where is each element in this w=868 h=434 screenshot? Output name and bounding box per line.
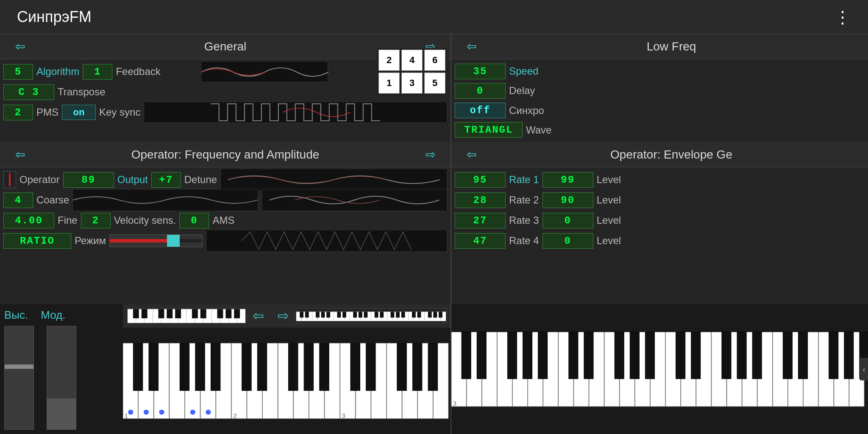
envelope-content: 95 Rate 1 99 Level 28 Rate 2 90 Level 27… bbox=[451, 167, 868, 304]
svg-rect-108 bbox=[351, 343, 360, 390]
svg-rect-21 bbox=[217, 309, 223, 318]
svg-rect-62 bbox=[375, 312, 378, 317]
algorithm-display[interactable]: 5 bbox=[3, 64, 33, 80]
right-piano-svg[interactable]: 3 bbox=[451, 304, 868, 434]
detune-label: Detune bbox=[184, 174, 217, 186]
svg-rect-54 bbox=[316, 312, 320, 317]
rate1-display[interactable]: 95 bbox=[455, 172, 506, 188]
coarse-label: Coarse bbox=[36, 194, 69, 206]
rate2-display[interactable]: 28 bbox=[455, 192, 506, 208]
grid-cell-4[interactable]: 4 bbox=[401, 50, 423, 71]
svg-rect-66 bbox=[401, 312, 405, 317]
menu-button[interactable]: ⋮ bbox=[834, 7, 851, 27]
svg-rect-18 bbox=[175, 309, 181, 318]
output-display[interactable]: +7 bbox=[151, 172, 181, 188]
pitch-slider[interactable] bbox=[4, 326, 34, 430]
pms-display[interactable]: 2 bbox=[3, 105, 33, 120]
rate4-label: Rate 4 bbox=[509, 235, 539, 247]
coarse-display[interactable]: 4 bbox=[3, 192, 33, 208]
svg-point-96 bbox=[190, 409, 195, 415]
rate4-display[interactable]: 47 bbox=[455, 233, 506, 249]
svg-rect-150 bbox=[615, 332, 624, 378]
level2-display[interactable]: 90 bbox=[542, 192, 593, 208]
svg-rect-55 bbox=[321, 312, 325, 317]
svg-rect-156 bbox=[737, 332, 746, 378]
svg-rect-149 bbox=[584, 332, 593, 378]
operator-display[interactable]: 89 bbox=[63, 172, 114, 188]
envelope-title: Operator: Envelope Ge bbox=[483, 148, 860, 161]
svg-point-94 bbox=[144, 409, 149, 415]
level1-display[interactable]: 99 bbox=[542, 172, 593, 188]
wave-row: TRIANGL Wave bbox=[455, 122, 865, 139]
grid-cell-2[interactable]: 2 bbox=[378, 50, 400, 71]
fine-row: 4.00 Fine 2 Velocity sens. 0 AMS bbox=[3, 211, 447, 229]
coarse-waveform bbox=[73, 189, 258, 211]
general-left-arrow[interactable]: ⇦ bbox=[8, 36, 32, 57]
algorithm-label: Algorithm bbox=[36, 66, 79, 78]
envelope-header: ⇦ Operator: Envelope Ge bbox=[451, 142, 868, 167]
piano-left-arrow[interactable]: ⇦ bbox=[246, 304, 271, 327]
ams-label: AMS bbox=[212, 214, 234, 226]
grid-cell-6[interactable]: 6 bbox=[424, 50, 445, 71]
velocity-display[interactable]: 2 bbox=[81, 213, 111, 228]
level4-display[interactable]: 0 bbox=[542, 233, 593, 249]
mode-display[interactable]: RATIO bbox=[3, 233, 71, 249]
svg-rect-56 bbox=[326, 312, 330, 317]
delay-display[interactable]: 0 bbox=[455, 83, 506, 99]
feedback-waveform bbox=[201, 61, 328, 83]
mod-slider[interactable] bbox=[47, 326, 76, 430]
wave-label: Wave bbox=[526, 124, 551, 136]
svg-rect-111 bbox=[412, 343, 422, 390]
svg-rect-153 bbox=[676, 332, 685, 378]
feedback-label: Feedback bbox=[116, 66, 160, 78]
svg-rect-64 bbox=[391, 312, 395, 317]
svg-rect-60 bbox=[359, 312, 362, 317]
svg-rect-15 bbox=[142, 309, 147, 318]
transpose-row: C 3 Transpose bbox=[3, 83, 447, 101]
mini-keyboard-left bbox=[128, 309, 245, 323]
top-bar: СинпрэFM ⋮ bbox=[0, 0, 868, 34]
side-tab[interactable]: ‹ bbox=[860, 358, 868, 380]
low-freq-left-arrow[interactable]: ⇦ bbox=[460, 36, 483, 57]
low-freq-title: Low Freq bbox=[483, 40, 860, 53]
mode-label: Режим bbox=[75, 235, 106, 247]
svg-rect-100 bbox=[180, 343, 189, 390]
velocity-label: Velocity sens. bbox=[114, 214, 176, 226]
svg-rect-109 bbox=[366, 343, 376, 390]
svg-rect-70 bbox=[433, 312, 437, 317]
svg-rect-14 bbox=[133, 309, 139, 318]
main-layout: ⇦ General ⇨ 5 Algorithm 1 Feedback bbox=[0, 34, 868, 434]
synchro-display[interactable]: off bbox=[455, 103, 506, 118]
piano-svg[interactable]: // rendered via SVG below bbox=[123, 328, 451, 434]
transpose-display[interactable]: C 3 bbox=[3, 84, 54, 100]
rate3-display[interactable]: 27 bbox=[455, 213, 506, 228]
right-piano-area: 3 ‹ bbox=[451, 304, 868, 434]
level2-label: Level bbox=[597, 194, 621, 206]
svg-rect-107 bbox=[320, 343, 329, 390]
wave-display[interactable]: TRIANGL bbox=[455, 122, 523, 138]
fine-display[interactable]: 4.00 bbox=[3, 213, 54, 228]
svg-text:3: 3 bbox=[453, 400, 456, 407]
svg-rect-17 bbox=[167, 309, 172, 318]
feedback-display[interactable]: 1 bbox=[83, 64, 112, 80]
ams-display[interactable]: 0 bbox=[179, 213, 209, 228]
svg-rect-106 bbox=[304, 343, 313, 390]
speed-display[interactable]: 35 bbox=[455, 64, 506, 79]
main-piano-keys[interactable]: // rendered via SVG below bbox=[123, 328, 451, 434]
svg-rect-20 bbox=[200, 309, 206, 318]
op-freq-left-arrow[interactable]: ⇦ bbox=[8, 144, 32, 165]
svg-point-97 bbox=[206, 409, 211, 415]
svg-rect-155 bbox=[722, 332, 731, 378]
key-sync-display[interactable]: on bbox=[62, 105, 96, 120]
svg-rect-67 bbox=[412, 312, 416, 317]
svg-rect-102 bbox=[211, 343, 220, 390]
level3-display[interactable]: 0 bbox=[542, 213, 593, 228]
op-freq-right-arrow[interactable]: ⇨ bbox=[419, 144, 442, 165]
fine-label: Fine bbox=[58, 214, 78, 226]
piano-right-arrow[interactable]: ⇨ bbox=[271, 304, 296, 327]
envelope-left-arrow[interactable]: ⇦ bbox=[460, 144, 483, 165]
svg-rect-158 bbox=[783, 332, 792, 378]
svg-rect-160 bbox=[829, 332, 838, 378]
rate1-row: 95 Rate 1 99 Level bbox=[455, 171, 865, 189]
svg-text:2: 2 bbox=[233, 412, 236, 419]
